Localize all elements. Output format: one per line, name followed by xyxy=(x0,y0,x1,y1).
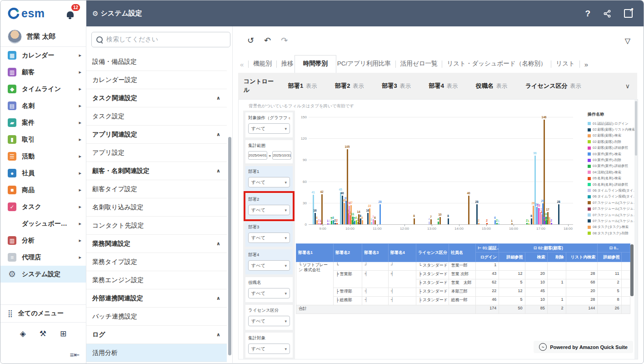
legend-item[interactable]: 02:顧客(顧客)-検索 xyxy=(588,133,635,139)
legend-item[interactable]: 02:顧客(顧客)-詳細参照 xyxy=(588,145,635,151)
settings-item-work-type[interactable]: 業務タイプ設定 xyxy=(86,253,227,271)
metric-header[interactable]: 検索 xyxy=(525,253,547,262)
settings-item-contact-setting[interactable]: コンタクト先設定 xyxy=(86,217,227,235)
sidebar-item-system-settings[interactable]: ⚙システム設定 xyxy=(0,266,86,283)
legend-item[interactable]: 07:スケジュール(スケジュ… xyxy=(588,212,635,218)
esm-logo[interactable]: esm xyxy=(21,7,45,20)
settings-item-log[interactable]: ログ∧ xyxy=(86,326,227,344)
filter-select[interactable]: すべて▾ xyxy=(248,316,290,326)
control-item-action[interactable]: 表示 xyxy=(306,82,317,90)
chart-bar[interactable] xyxy=(321,194,323,224)
sidebar-item-deal[interactable]: ▮取引▸ xyxy=(0,131,86,148)
chart-bar[interactable] xyxy=(549,221,550,224)
chart-bar[interactable] xyxy=(318,223,320,224)
filter-select[interactable]: すべて▾ xyxy=(248,205,290,215)
chart-bar[interactable] xyxy=(486,223,488,224)
settings-item-customer-type[interactable]: 顧客タイプ設定 xyxy=(86,180,227,198)
metric-header[interactable]: 詳細参照 xyxy=(499,253,525,262)
legend-item[interactable]: 06:タイムライン投稿(タイ… xyxy=(588,187,635,193)
wrench-icon[interactable]: ⚒ xyxy=(40,329,46,339)
filter-select[interactable]: すべて▾ xyxy=(248,177,290,187)
chart-bar[interactable] xyxy=(534,156,536,224)
legend-item[interactable]: 07:スケジュール(スケジュ… xyxy=(588,218,635,224)
column-header-部署名3[interactable]: 部署名3 xyxy=(362,244,388,262)
control-item-action[interactable]: 表示 xyxy=(400,82,411,90)
chart-bar[interactable] xyxy=(414,218,415,224)
chart-bar[interactable] xyxy=(542,203,544,224)
user-profile[interactable]: 営業 太郎 xyxy=(0,26,86,47)
settings-item-batch-setting[interactable]: バッチ連携設定 xyxy=(86,308,227,326)
group-header[interactable]: ⊟ 02:顧客(顧客) xyxy=(499,244,598,253)
dashboard-scrollbar[interactable] xyxy=(634,100,638,359)
settings-item-usage-analysis[interactable]: 活用分析 xyxy=(86,344,227,362)
metric-header[interactable]: ログイン xyxy=(476,253,499,262)
control-item-action[interactable]: 表示 xyxy=(570,82,581,90)
column-header-ライセンス区分[interactable]: ライセンス区分 xyxy=(416,244,449,262)
table-icon[interactable]: ⊞ xyxy=(60,329,66,339)
settings-scrollbar[interactable] xyxy=(228,137,231,355)
sidebar-item-agency[interactable]: ≡代理店▸ xyxy=(0,249,86,266)
tabs-forward-icon[interactable]: » xyxy=(584,61,588,73)
legend-item[interactable]: 08:タスク(タスク)-削除 xyxy=(588,230,635,236)
tab-PC/アプリ利用比率[interactable]: PC/アプリ利用比率 xyxy=(337,60,391,73)
sidebar-item-customer[interactable]: ▥顧客▸ xyxy=(0,64,86,81)
settings-item-task-related[interactable]: タスク関連設定∧ xyxy=(86,89,227,107)
chart-bar[interactable] xyxy=(439,217,441,224)
column-header-社員名[interactable]: 社員名 xyxy=(449,244,475,262)
control-item-action[interactable]: 表示 xyxy=(447,82,458,90)
sidebar-item-product[interactable]: ■商品▸ xyxy=(0,182,86,198)
legend-item[interactable]: 02:顧客(顧客)-リスト内検索 xyxy=(588,126,635,132)
chart-bar[interactable] xyxy=(429,222,430,224)
legend-item[interactable]: 03:案件(案件)-検索 xyxy=(588,151,635,157)
sidebar-item-task[interactable]: ✓タスク▸ xyxy=(0,198,86,215)
group-header[interactable]: ⊟ 0.. xyxy=(598,244,630,253)
column-header-部署名1[interactable]: 部署名1 xyxy=(296,244,334,262)
notification-bell-icon[interactable] xyxy=(67,11,74,17)
chart-bar[interactable] xyxy=(528,223,529,224)
chart-bar[interactable] xyxy=(334,223,336,224)
sidebar-item-analysis[interactable]: ▥分析▸ xyxy=(0,232,86,249)
chart-bar[interactable] xyxy=(438,222,439,224)
settings-item-calendar-setting[interactable]: カレンダー設定 xyxy=(86,71,227,89)
settings-item-app-setting[interactable]: アプリ設定 xyxy=(86,144,227,162)
sidebar-item-all-menu[interactable]: ⣿ 全てのメニュー xyxy=(0,304,86,323)
filter-select[interactable]: すべて▾ xyxy=(248,260,290,271)
column-header-部署名4[interactable]: 部署名4 xyxy=(388,244,416,262)
tab-リスト[interactable]: リスト xyxy=(556,60,574,73)
chart-bar[interactable] xyxy=(340,192,341,224)
column-header-部署名2[interactable]: 部署名2 xyxy=(333,244,362,262)
sidebar-item-business-card[interactable]: ▤名刺▸ xyxy=(0,97,86,114)
chart-bar[interactable] xyxy=(531,218,532,224)
chart-bar[interactable] xyxy=(336,223,338,224)
metric-header[interactable]: リスト内検索 xyxy=(566,253,598,262)
sidebar-item-timeline[interactable]: ◆タイムライン▸ xyxy=(0,81,86,97)
control-item-action[interactable]: 表示 xyxy=(496,82,507,90)
sidebar-item-case[interactable]: ▰案件▸ xyxy=(0,114,86,131)
filter-icon[interactable]: ▽ xyxy=(625,36,630,45)
legend-item[interactable]: 05:名刺(名刺)-詳細参照 xyxy=(588,182,635,187)
chart-bar[interactable] xyxy=(327,223,329,224)
chart-bar[interactable] xyxy=(533,206,534,224)
sidebar-item-activity[interactable]: ☰活動▸ xyxy=(0,148,86,165)
filter-select[interactable]: すべて▾ xyxy=(248,123,290,134)
chart-bar[interactable] xyxy=(379,204,381,224)
legend-item[interactable]: 07:スケジュール(スケジュ… xyxy=(588,200,635,206)
settings-item-card-import[interactable]: 名刺取り込み設定 xyxy=(86,198,227,217)
undo-icon[interactable]: ↶ xyxy=(264,35,271,46)
settings-item-app-related[interactable]: アプリ関連設定∧ xyxy=(86,126,227,144)
sidebar-item-dashboard[interactable]: ダッシュボー…▸ xyxy=(0,215,86,232)
legend-item[interactable]: 06:タイムライン投稿(タイ… xyxy=(588,194,635,200)
share-icon[interactable] xyxy=(603,10,611,18)
metric-header[interactable]: 詳細参照 xyxy=(598,253,622,262)
table-scrollbar[interactable] xyxy=(630,244,634,296)
chart-bar[interactable] xyxy=(347,149,348,224)
chart-bar[interactable] xyxy=(496,223,498,224)
group-header[interactable]: ⊢ 01:認証.. xyxy=(476,244,499,253)
metric-header[interactable] xyxy=(622,253,630,262)
settings-item-work-engine[interactable]: 業務エンジン設定 xyxy=(86,271,227,289)
tabs-back-icon[interactable]: « xyxy=(240,61,244,73)
shield-icon[interactable]: ◈ xyxy=(20,329,26,339)
collapse-sidebar-icon[interactable]: ≡⇤ xyxy=(70,351,80,359)
tab-機能別[interactable]: 機能別 xyxy=(253,60,272,73)
chart-bar[interactable] xyxy=(374,220,376,224)
